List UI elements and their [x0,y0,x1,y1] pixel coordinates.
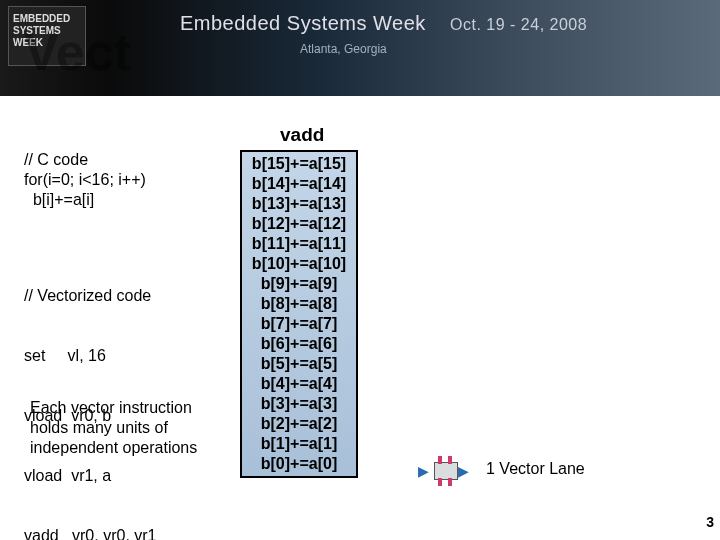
c-code-line: b[i]+=a[i] [24,190,146,210]
arrow-out-right-icon: ▶ [458,464,469,478]
vect-code-line: vadd vr0, vr0, vr1 [24,526,157,540]
vadd-row: b[1]+=a[1] [242,434,356,454]
vadd-row: b[9]+=a[9] [242,274,356,294]
vadd-row: b[6]+=a[6] [242,334,356,354]
vadd-row: b[7]+=a[7] [242,314,356,334]
c-code-line: for(i=0; i<16; i++) [24,170,146,190]
vadd-row: b[12]+=a[12] [242,214,356,234]
vadd-row: b[5]+=a[5] [242,354,356,374]
page-number: 3 [706,514,714,530]
banner-location: Atlanta, Georgia [300,42,387,56]
vector-lane-label: 1 Vector Lane [486,460,585,478]
vadd-row: b[0]+=a[0] [242,454,356,474]
vadd-row: b[2]+=a[2] [242,414,356,434]
vect-code-line: set vl, 16 [24,346,157,366]
c-code-block: // C code for(i=0; i<16; i++) b[i]+=a[i] [24,150,146,210]
banner-title: Embedded Systems Week Oct. 19 - 24, 2008 [180,12,587,35]
vector-lane-icon: ▶ ▶ [418,458,468,484]
c-code-comment: // C code [24,150,146,170]
banner-dates: Oct. 19 - 24, 2008 [450,16,587,33]
vect-code-comment: // Vectorized code [24,286,157,306]
vadd-row: b[11]+=a[11] [242,234,356,254]
vadd-row: b[10]+=a[10] [242,254,356,274]
vadd-row: b[8]+=a[8] [242,294,356,314]
slide-title-overlay: Vect [24,22,131,82]
pin-icon [448,478,452,486]
arrow-in-left-icon: ▶ [418,464,429,478]
pin-icon [448,456,452,464]
vadd-heading: vadd [280,124,324,146]
banner-title-text: Embedded Systems Week [180,12,426,34]
vectorized-code-block: // Vectorized code set vl, 16 vload vr0,… [24,246,157,540]
vadd-row: b[3]+=a[3] [242,394,356,414]
vadd-row: b[14]+=a[14] [242,174,356,194]
vect-code-line: vload vr1, a [24,466,157,486]
vadd-operations-box: b[15]+=a[15] b[14]+=a[14] b[13]+=a[13] b… [240,150,358,478]
vadd-row: b[15]+=a[15] [242,154,356,174]
explanation-note: Each vector instruction holds many units… [30,398,230,458]
vadd-row: b[13]+=a[13] [242,194,356,214]
vadd-row: b[4]+=a[4] [242,374,356,394]
pin-icon [438,478,442,486]
pin-icon [438,456,442,464]
